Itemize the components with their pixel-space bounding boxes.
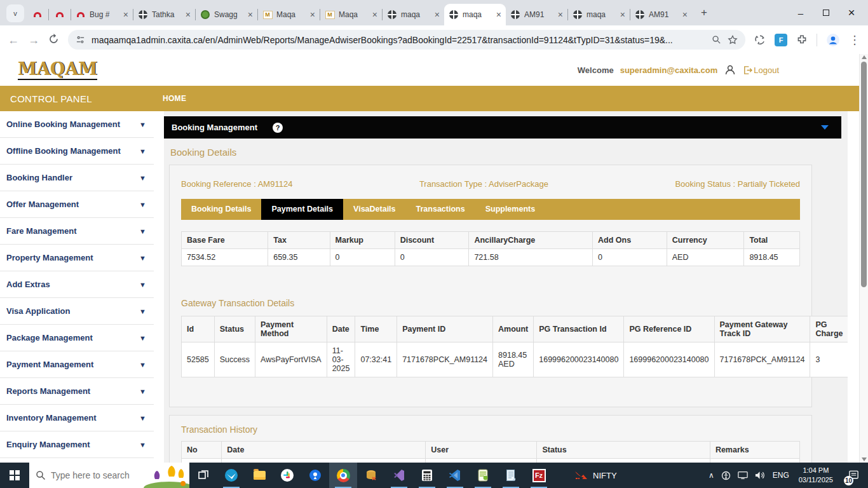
user-icon[interactable] (724, 64, 736, 76)
notification-center-button[interactable]: 10 (843, 463, 864, 488)
file-explorer-icon (254, 471, 266, 480)
sidebar-item-enquiry-management[interactable]: Enquiry Management▼ (0, 431, 154, 458)
calculator-app-button[interactable] (413, 463, 441, 488)
sidebar-item-visa-application[interactable]: Visa Application▼ (0, 298, 154, 325)
start-button[interactable] (0, 463, 29, 488)
site-settings-icon[interactable] (76, 35, 85, 44)
url-text[interactable]: maqaamqa1admin.caxita.ca/en/AdminWeb/Rep… (92, 35, 705, 45)
tab-visa-details[interactable]: VisaDetails (343, 199, 405, 220)
dev-tool-app-button[interactable] (357, 463, 385, 488)
profile-avatar-icon[interactable] (826, 33, 840, 47)
bookmark-star-icon[interactable] (728, 35, 738, 45)
scrollbar-thumb[interactable] (861, 62, 867, 287)
close-icon[interactable]: × (682, 10, 688, 19)
close-icon[interactable]: × (558, 10, 563, 19)
browser-tab-maqa-2[interactable]: maqa × (568, 4, 630, 25)
scroll-down-arrow-icon[interactable] (862, 458, 867, 461)
tab-supplements[interactable]: Supplements (475, 199, 546, 220)
tab-booking-details[interactable]: Booking Details (181, 199, 261, 220)
home-menu-item[interactable]: HOME (163, 94, 186, 103)
sidebar-item-offer-management[interactable]: Offer Management▼ (0, 191, 154, 218)
notification-count-badge: 10 (844, 476, 853, 485)
file-explorer-button[interactable] (245, 463, 273, 488)
vscode-app-button[interactable] (441, 463, 469, 488)
taskbar-search-box[interactable] (29, 463, 189, 488)
pinned-tab[interactable] (27, 4, 48, 25)
sidebar-item-package-management[interactable]: Package Management▼ (0, 325, 154, 351)
thunderbird-app-button[interactable] (217, 463, 245, 488)
close-icon[interactable]: × (123, 10, 128, 19)
slack-app-button[interactable] (273, 463, 301, 488)
reload-button[interactable] (48, 34, 59, 46)
browser-tab-tathka[interactable]: Tathka × (133, 4, 195, 25)
browser-menu-button[interactable]: ⋮ (849, 34, 860, 46)
gateway-header-row: Id Status Payment Method Date Time Payme… (182, 316, 848, 342)
notepad-app-button[interactable] (497, 463, 525, 488)
pinned-tab[interactable] (49, 4, 71, 25)
address-bar[interactable]: maqaamqa1admin.caxita.ca/en/AdminWeb/Rep… (68, 30, 745, 50)
user-email-link[interactable]: superadmin@caxita.com (620, 65, 718, 75)
close-icon[interactable]: × (496, 10, 501, 19)
visual-studio-app-button[interactable] (385, 463, 413, 488)
sidebar-item-booking-handler[interactable]: Booking Handler▼ (0, 165, 154, 191)
task-view-button[interactable] (189, 463, 217, 488)
tab-transactions[interactable]: Transactions (406, 199, 475, 220)
taskbar-clock[interactable]: 1:04 PM 03/11/2025 (799, 466, 833, 485)
extension-cycle-icon[interactable] (754, 34, 766, 46)
vscode-icon (449, 469, 461, 482)
map-pin-icon (309, 469, 322, 482)
search-input[interactable] (51, 470, 140, 480)
sidebar-item-inventory-management[interactable]: Inventory Management▼ (0, 405, 154, 431)
volume-tray-icon[interactable] (755, 471, 766, 480)
filezilla-app-button[interactable]: Fz (525, 463, 553, 488)
language-indicator[interactable]: ENG (773, 471, 789, 480)
sidebar-item-offline-booking[interactable]: Offline Booking Management▼ (0, 138, 154, 165)
stock-ticker-widget[interactable]: NIFTY (574, 470, 617, 480)
browser-tab-maqam-1[interactable]: M Maqa × (258, 4, 320, 25)
new-tab-button[interactable]: + (696, 4, 712, 21)
browser-tab-am91-1[interactable]: AM91 × (506, 4, 567, 25)
back-button[interactable]: ← (8, 34, 19, 46)
accessibility-tray-icon[interactable] (721, 471, 731, 480)
browser-tab-active[interactable]: maqa × (444, 4, 506, 25)
globe-favicon-icon (511, 10, 520, 19)
f-extension-icon[interactable]: F (775, 34, 787, 46)
minimize-button[interactable]: – (788, 0, 813, 25)
scroll-up-arrow-icon[interactable] (862, 55, 867, 59)
page-scrollbar[interactable] (859, 54, 868, 463)
browser-tab-maqam-2[interactable]: M Maqa × (320, 4, 382, 25)
browser-tab-bug[interactable]: Bug # × (71, 4, 133, 25)
browser-tab-maqa-1[interactable]: maqa × (383, 4, 444, 25)
logout-button[interactable]: Logout (743, 65, 779, 75)
close-icon[interactable]: × (248, 10, 253, 19)
browser-tab-swagger[interactable]: Swagg × (196, 4, 257, 25)
close-window-button[interactable]: × (839, 0, 864, 25)
maqam-logo[interactable]: MAQAM (18, 60, 97, 80)
sidebar-item-reports-management[interactable]: Reports Management▼ (0, 378, 154, 405)
notepadpp-app-button[interactable] (469, 463, 497, 488)
control-panel-title: CONTROL PANEL (0, 93, 154, 104)
sidebar-item-add-extras[interactable]: Add Extras▼ (0, 271, 154, 298)
browser-tab-am91-2[interactable]: AM91 × (630, 4, 692, 25)
sidebar-item-property-management[interactable]: Property Management▼ (0, 245, 154, 271)
tab-search-button[interactable]: v (6, 4, 24, 22)
close-icon[interactable]: × (372, 10, 377, 19)
tray-expand-chevron-icon[interactable]: ∧ (709, 471, 714, 480)
help-icon[interactable]: ? (273, 123, 283, 133)
collapse-chevron-icon[interactable] (821, 125, 829, 130)
tab-payment-details[interactable]: Payment Details (261, 199, 343, 220)
network-display-tray-icon[interactable] (738, 471, 748, 480)
sidebar-item-online-booking[interactable]: Online Booking Management▼ (0, 111, 154, 138)
sidebar-item-fare-management[interactable]: Fare Management▼ (0, 218, 154, 245)
close-icon[interactable]: × (435, 10, 440, 19)
close-icon[interactable]: × (620, 10, 625, 19)
extensions-puzzle-icon[interactable] (796, 34, 808, 46)
chrome-app-button[interactable] (329, 463, 357, 488)
close-icon[interactable]: × (310, 10, 315, 19)
sidebar-item-payment-management[interactable]: Payment Management▼ (0, 351, 154, 378)
maps-app-button[interactable] (301, 463, 329, 488)
zoom-icon[interactable] (712, 35, 721, 44)
close-icon[interactable]: × (186, 10, 191, 19)
maximize-button[interactable] (813, 0, 839, 25)
forward-button[interactable]: → (28, 34, 39, 46)
